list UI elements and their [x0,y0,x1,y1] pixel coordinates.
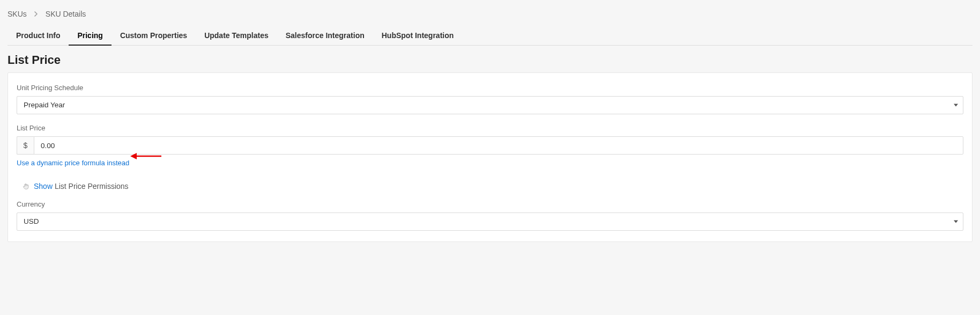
unit-pricing-schedule-select[interactable]: Prepaid Year [17,96,963,114]
chevron-right-icon [34,11,38,17]
tab-update-templates[interactable]: Update Templates [196,26,277,45]
permissions-text: List Price Permissions [53,182,129,191]
dynamic-price-link[interactable]: Use a dynamic price formula instead [17,159,129,167]
currency-symbol: $ [17,136,34,155]
breadcrumb: SKUs SKU Details [8,8,972,26]
unit-pricing-schedule-value: Prepaid Year [24,96,65,114]
page-title: List Price [8,46,972,72]
tab-salesforce-integration[interactable]: Salesforce Integration [277,26,373,45]
list-price-panel: Unit Pricing Schedule Prepaid Year List … [8,72,972,242]
breadcrumb-parent[interactable]: SKUs [8,10,27,18]
tabs: Product Info Pricing Custom Properties U… [8,26,972,46]
currency-select[interactable]: USD [17,213,963,231]
currency-value: USD [24,213,39,231]
tab-pricing[interactable]: Pricing [69,26,111,45]
tab-hubspot-integration[interactable]: HubSpot Integration [373,26,463,45]
unit-pricing-schedule-label: Unit Pricing Schedule [17,84,963,92]
tab-custom-properties[interactable]: Custom Properties [112,26,196,45]
currency-label: Currency [17,200,963,208]
breadcrumb-current: SKU Details [46,10,86,18]
tab-product-info[interactable]: Product Info [8,26,69,45]
hand-icon [23,183,29,189]
list-price-label: List Price [17,124,963,132]
permissions-row: Show List Price Permissions [23,182,963,191]
show-permissions-link[interactable]: Show [34,182,53,191]
list-price-input[interactable] [34,136,963,155]
